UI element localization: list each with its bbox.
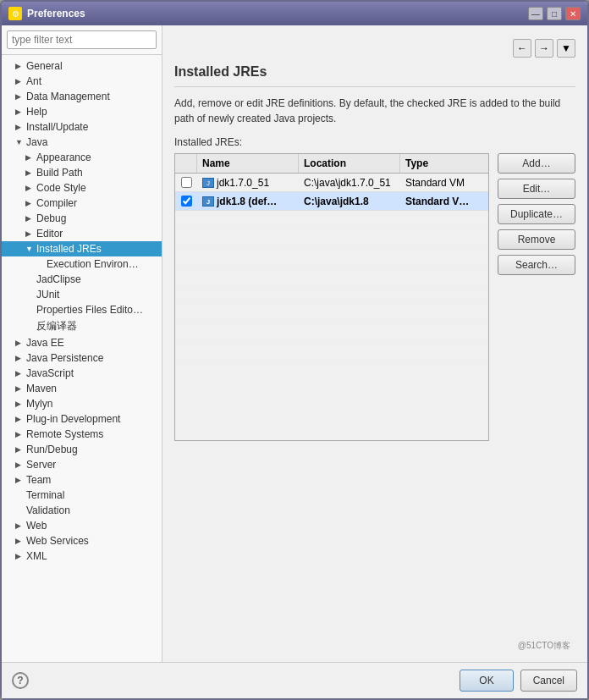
sidebar-item-label: Plug-in Development [26,413,120,425]
sidebar-item-installed-jres[interactable]: ▼Installed JREs [2,241,162,256]
col-header-name: Name [197,154,299,173]
empty-row [175,211,488,229]
tree-arrow-icon: ▶ [15,445,24,454]
sidebar-item-junit[interactable]: JUnit [2,287,162,302]
sidebar-item-xml[interactable]: ▶XML [2,548,162,564]
sidebar-item-data-management[interactable]: ▶Data Management [2,89,162,104]
title-bar-left: ⚙ Preferences [8,7,85,20]
sidebar-item-maven[interactable]: ▶Maven [2,381,162,396]
cancel-button[interactable]: Cancel [520,670,577,692]
description: Add, remove or edit JRE definitions. By … [174,96,575,126]
sidebar-item-general[interactable]: ▶General [2,58,162,74]
sidebar-item-label: Data Management [26,91,110,102]
sidebar-item-label: Appearance [36,152,91,163]
sidebar-item-label: Editor [36,228,63,240]
ok-button[interactable]: OK [460,670,513,692]
sidebar-item-label: Code Style [36,182,86,194]
table-row[interactable]: Jjdk1.7.0_51C:\java\jdk1.7.0_51Standard … [175,174,488,192]
tree-arrow-icon: ▶ [15,77,24,85]
add-button[interactable]: Add… [498,153,575,174]
jre-table: Name Location Type Jjdk1.7.0_51C:\java\j… [174,153,489,441]
sidebar-item-label: Java [26,136,47,148]
sidebar-item-label: Installed JREs [36,243,102,255]
close-button[interactable]: ✕ [565,7,581,20]
sidebar-item-java-persistence[interactable]: ▶Java Persistence [2,350,162,366]
sidebar-item-install-update[interactable]: ▶Install/Update [2,119,162,135]
sidebar-item-validation[interactable]: Validation [2,503,162,518]
table-row[interactable]: Jjdk1.8 (def…C:\java\jdk1.8Standard V… [175,192,488,211]
help-button[interactable]: ? [12,672,29,689]
dropdown-button[interactable]: ▼ [557,39,575,58]
sidebar-item-label: Properties Files Edito… [36,304,143,316]
search-button[interactable]: Search… [498,255,575,275]
sidebar-item-plugin-dev[interactable]: ▶Plug-in Development [2,411,162,427]
tree-arrow-icon: ▶ [15,476,24,484]
sidebar-item-label: Help [26,106,47,118]
sidebar-item-label: Java EE [26,337,64,349]
tree-arrow-icon: ▶ [15,415,24,423]
sidebar-item-label: Execution Environ… [47,258,139,270]
jre-location: C:\java\jdk1.7.0_51 [299,175,400,190]
row-checkbox-cell [175,177,197,188]
remove-button[interactable]: Remove [498,229,575,250]
sidebar-item-java[interactable]: ▼Java [2,135,162,150]
col-header-check [175,154,197,173]
sidebar-item-decompiler[interactable]: 反编译器 [2,317,162,335]
sidebar-item-code-style[interactable]: ▶Code Style [2,180,162,196]
sidebar-item-label: Install/Update [26,121,88,133]
search-input[interactable] [7,30,157,49]
sidebar-item-server[interactable]: ▶Server [2,457,162,472]
maximize-button[interactable]: □ [547,7,562,20]
sidebar-item-label: Build Path [36,167,83,179]
sidebar-item-run-debug[interactable]: ▶Run/Debug [2,442,162,457]
sidebar-item-ant[interactable]: ▶Ant [2,74,162,89]
sidebar-item-web[interactable]: ▶Web [2,518,162,533]
back-button[interactable]: ← [513,39,531,58]
sidebar-item-appearance[interactable]: ▶Appearance [2,150,162,165]
jre-type: Standard V… [400,194,488,209]
sidebar-item-label: XML [26,550,47,562]
edit-button[interactable]: Edit… [498,179,575,199]
tree-arrow-icon: ▶ [15,384,24,393]
tree-arrow-icon: ▶ [15,369,24,378]
empty-row [175,229,488,248]
sidebar-item-jadclipse[interactable]: JadClipse [2,272,162,287]
sidebar-item-label: Mylyn [26,398,52,410]
sidebar-item-java-ee[interactable]: ▶Java EE [2,335,162,350]
sidebar-item-label: Server [26,459,56,471]
duplicate-button[interactable]: Duplicate… [498,204,575,224]
right-panel: ← → ▼ Installed JREs Add, remove or edit… [162,25,587,662]
sidebar-item-remote-systems[interactable]: ▶Remote Systems [2,427,162,442]
filter-box [2,25,162,55]
sidebar-item-team[interactable]: ▶Team [2,472,162,488]
forward-button[interactable]: → [535,39,553,58]
sidebar-item-build-path[interactable]: ▶Build Path [2,165,162,180]
minimize-button[interactable]: — [528,7,543,20]
sidebar-item-execution-env[interactable]: Execution Environ… [2,256,162,272]
tree-arrow-icon: ▶ [15,354,24,362]
tree-arrow-icon: ▼ [25,245,34,253]
table-body: Jjdk1.7.0_51C:\java\jdk1.7.0_51Standard … [175,174,488,440]
sidebar-item-debug[interactable]: ▶Debug [2,211,162,226]
sidebar-item-compiler[interactable]: ▶Compiler [2,196,162,211]
sidebar-item-label: Java Persistence [26,352,103,364]
side-buttons: Add… Edit… Duplicate… Remove Search… [498,153,575,638]
tree-arrow-icon: ▶ [15,460,24,469]
sidebar-item-web-services[interactable]: ▶Web Services [2,533,162,548]
sidebar-item-help[interactable]: ▶Help [2,104,162,119]
sidebar-item-editor[interactable]: ▶Editor [2,226,162,241]
jre-icon: J [202,178,214,188]
tree-arrow-icon: ▼ [15,138,24,146]
sidebar-item-terminal[interactable]: Terminal [2,488,162,503]
sidebar-item-label: Web Services [26,535,89,547]
tree-arrow-icon: ▶ [15,92,24,101]
sidebar-item-javascript[interactable]: ▶JavaScript [2,366,162,381]
bottom-bar: ? OK Cancel [2,662,587,698]
jre-checkbox[interactable] [181,177,192,188]
sidebar-item-label: 反编译器 [36,319,77,333]
sidebar-item-mylyn[interactable]: ▶Mylyn [2,396,162,411]
sidebar-item-properties-files[interactable]: Properties Files Edito… [2,302,162,317]
tree-arrow-icon: ▶ [25,153,34,162]
tree-arrow-icon: ▶ [15,552,24,560]
jre-checkbox[interactable] [181,196,192,207]
